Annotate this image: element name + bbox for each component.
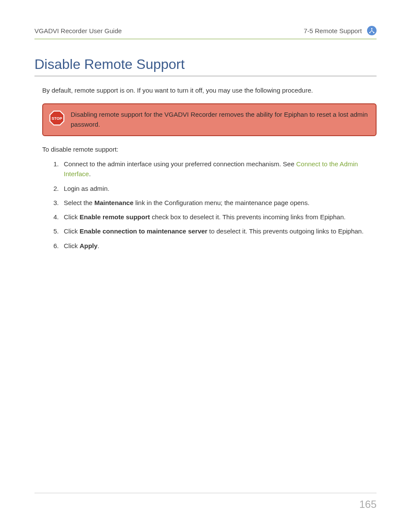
- step-4-mid: check box to deselect it. This prevents …: [150, 213, 346, 221]
- step-3-prefix: Select the: [64, 199, 94, 206]
- step-6-prefix: Click: [64, 242, 80, 249]
- step-4-prefix: Click: [64, 213, 80, 221]
- step-6-bold: Apply: [80, 242, 98, 249]
- procedure-lead: To disable remote support:: [42, 146, 377, 153]
- header-section-title: 7-5 Remote Support: [304, 27, 362, 34]
- step-3-bold: Maintenance: [94, 199, 134, 206]
- step-5-prefix: Click: [64, 227, 80, 235]
- svg-point-2: [371, 28, 372, 29]
- procedure-steps: Connect to the admin interface using you…: [53, 159, 377, 251]
- header-right-group: 7-5 Remote Support: [304, 26, 377, 35]
- svg-point-0: [369, 32, 370, 33]
- footer-divider: [34, 493, 377, 493]
- document-page: VGADVI Recorder User Guide 7-5 Remote Su…: [0, 0, 411, 532]
- page-number: 165: [359, 498, 377, 510]
- step-3-mid: link in the Configuration menu; the main…: [134, 199, 310, 206]
- svg-point-1: [374, 32, 374, 33]
- header-guide-title: VGADVI Recorder User Guide: [34, 27, 122, 34]
- step-5-bold: Enable connection to maintenance server: [80, 227, 208, 235]
- step-3: Select the Maintenance link in the Confi…: [53, 198, 377, 208]
- step-1-suffix: .: [89, 170, 90, 177]
- tools-icon: [367, 26, 377, 35]
- stop-icon-label: STOP: [52, 116, 62, 120]
- warning-text: Disabling remote support for the VGADVI …: [71, 109, 368, 130]
- step-6-mid: .: [97, 242, 99, 249]
- warning-callout: STOP Disabling remote support for the VG…: [42, 103, 377, 137]
- step-5-mid: to deselect it. This prevents outgoing l…: [207, 227, 363, 235]
- step-2: Login as admin.: [53, 184, 377, 193]
- step-5: Click Enable connection to maintenance s…: [53, 226, 377, 236]
- intro-paragraph: By default, remote support is on. If you…: [42, 86, 377, 96]
- step-6: Click Apply.: [53, 241, 377, 251]
- step-4: Click Enable remote support check box to…: [53, 212, 377, 222]
- step-4-bold: Enable remote support: [80, 213, 150, 221]
- page-header: VGADVI Recorder User Guide 7-5 Remote Su…: [34, 26, 377, 39]
- page-title: Disable Remote Support: [34, 56, 377, 76]
- step-2-text: Login as admin.: [64, 185, 109, 192]
- step-1: Connect to the admin interface using you…: [53, 159, 377, 179]
- step-1-prefix: Connect to the admin interface using you…: [64, 160, 296, 168]
- stop-icon: STOP: [49, 110, 65, 126]
